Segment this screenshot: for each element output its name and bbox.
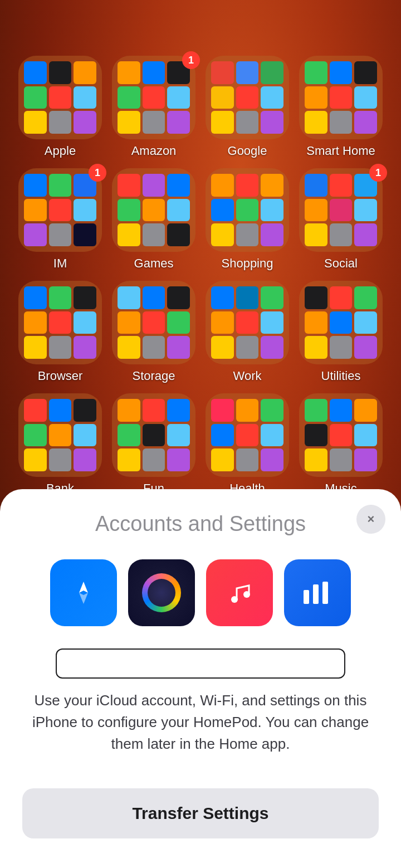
- mini-app-health-5: [261, 424, 283, 447]
- mini-app-apple-7: [49, 111, 72, 134]
- svg-marker-0: [79, 582, 88, 593]
- transfer-settings-button[interactable]: Transfer Settings: [22, 788, 379, 838]
- mini-app-apple-4: [49, 86, 72, 109]
- mini-app-utilities-7: [330, 336, 353, 359]
- compass-app-icon[interactable]: [50, 559, 117, 626]
- folder-shopping[interactable]: Shopping: [204, 168, 291, 271]
- folder-utilities[interactable]: Utilities: [297, 281, 384, 383]
- folder-google[interactable]: Google: [204, 56, 291, 158]
- mini-app-work-1: [236, 286, 259, 309]
- mini-app-health-0: [211, 399, 234, 422]
- mini-app-social-3: [305, 199, 327, 222]
- close-button[interactable]: ×: [356, 505, 385, 534]
- mini-app-utilities-0: [305, 286, 327, 309]
- mini-app-storage-8: [167, 336, 190, 359]
- folder-health[interactable]: Health: [204, 393, 291, 496]
- mini-app-work-3: [211, 311, 234, 334]
- mini-app-utilities-3: [305, 311, 327, 334]
- mini-app-im-1: [49, 174, 72, 197]
- svg-point-2: [231, 596, 238, 603]
- folder-icon-amazon: 1: [112, 56, 195, 139]
- badge-im: 1: [89, 164, 106, 182]
- svg-rect-4: [304, 590, 309, 604]
- mini-app-google-1: [236, 61, 259, 84]
- folder-icon-shopping: [206, 168, 289, 252]
- input-field[interactable]: [56, 648, 345, 679]
- mini-app-im-4: [49, 199, 72, 222]
- mini-app-bank-7: [49, 448, 72, 471]
- mini-app-browser-2: [74, 286, 96, 309]
- mini-app-fun-8: [167, 448, 190, 471]
- mini-app-work-2: [261, 286, 283, 309]
- mini-app-storage-3: [118, 311, 140, 334]
- mini-app-social-1: [330, 174, 353, 197]
- mini-app-fun-4: [143, 424, 165, 447]
- mini-app-browser-4: [49, 311, 72, 334]
- music-app-icon[interactable]: [206, 559, 273, 626]
- svg-rect-5: [313, 584, 319, 604]
- mini-app-work-0: [211, 286, 234, 309]
- mini-app-social-5: [354, 199, 377, 222]
- siri-app-icon[interactable]: [128, 559, 195, 626]
- mini-app-google-8: [261, 111, 283, 134]
- mini-app-shopping-3: [211, 199, 234, 222]
- modal-description: Use your iCloud account, Wi-Fi, and sett…: [22, 690, 379, 755]
- bars-app-icon[interactable]: [284, 559, 351, 626]
- folder-im[interactable]: 1IM: [17, 168, 104, 271]
- modal-overlay: × Accounts and Settings: [0, 489, 401, 868]
- mini-app-bank-8: [74, 448, 96, 471]
- mini-app-google-3: [211, 86, 234, 109]
- mini-app-work-6: [211, 336, 234, 359]
- mini-app-social-8: [354, 223, 377, 246]
- mini-app-smart-home-0: [305, 61, 327, 84]
- folder-icon-music: [299, 393, 383, 477]
- folder-icon-social: 1: [299, 168, 383, 252]
- mini-app-health-1: [236, 399, 259, 422]
- folder-games[interactable]: Games: [110, 168, 197, 271]
- mini-app-games-6: [118, 223, 140, 246]
- folder-smart-home[interactable]: Smart Home: [297, 56, 384, 158]
- app-grid: Apple1AmazonGoogleSmart Home1IMGamesShop…: [17, 56, 384, 496]
- folder-icon-apple: [18, 56, 102, 139]
- folder-social[interactable]: 1Social: [297, 168, 384, 271]
- mini-app-google-5: [261, 86, 283, 109]
- mini-app-utilities-8: [354, 336, 377, 359]
- mini-app-storage-2: [167, 286, 190, 309]
- mini-app-music-4: [330, 424, 353, 447]
- mini-app-google-0: [211, 61, 234, 84]
- folder-storage[interactable]: Storage: [110, 281, 197, 383]
- svg-marker-1: [79, 593, 88, 604]
- mini-app-amazon-0: [118, 61, 140, 84]
- mini-app-smart-home-5: [354, 86, 377, 109]
- mini-app-smart-home-1: [330, 61, 353, 84]
- folder-bank[interactable]: Bank: [17, 393, 104, 496]
- mini-app-apple-0: [24, 61, 47, 84]
- mini-app-amazon-3: [118, 86, 140, 109]
- mini-app-smart-home-7: [330, 111, 353, 134]
- mini-app-shopping-5: [261, 199, 283, 222]
- folder-fun[interactable]: Fun: [110, 393, 197, 496]
- mini-app-games-3: [118, 199, 140, 222]
- mini-app-fun-7: [143, 448, 165, 471]
- mini-app-google-4: [236, 86, 259, 109]
- mini-app-fun-2: [167, 399, 190, 422]
- folder-music[interactable]: Music: [297, 393, 384, 496]
- folder-amazon[interactable]: 1Amazon: [110, 56, 197, 158]
- folder-apple[interactable]: Apple: [17, 56, 104, 158]
- badge-amazon: 1: [182, 51, 200, 69]
- mini-app-apple-5: [74, 86, 96, 109]
- folder-browser[interactable]: Browser: [17, 281, 104, 383]
- mini-app-utilities-5: [354, 311, 377, 334]
- folder-work[interactable]: Work: [204, 281, 291, 383]
- mini-app-storage-6: [118, 336, 140, 359]
- mini-app-music-6: [305, 448, 327, 471]
- mini-app-music-1: [330, 399, 353, 422]
- mini-app-storage-5: [167, 311, 190, 334]
- folder-label-smart-home: Smart Home: [306, 144, 375, 158]
- mini-app-amazon-1: [143, 61, 165, 84]
- mini-app-storage-1: [143, 286, 165, 309]
- mini-app-browser-1: [49, 286, 72, 309]
- mini-app-shopping-1: [236, 174, 259, 197]
- folder-label-utilities: Utilities: [321, 369, 361, 383]
- mini-app-storage-0: [118, 286, 140, 309]
